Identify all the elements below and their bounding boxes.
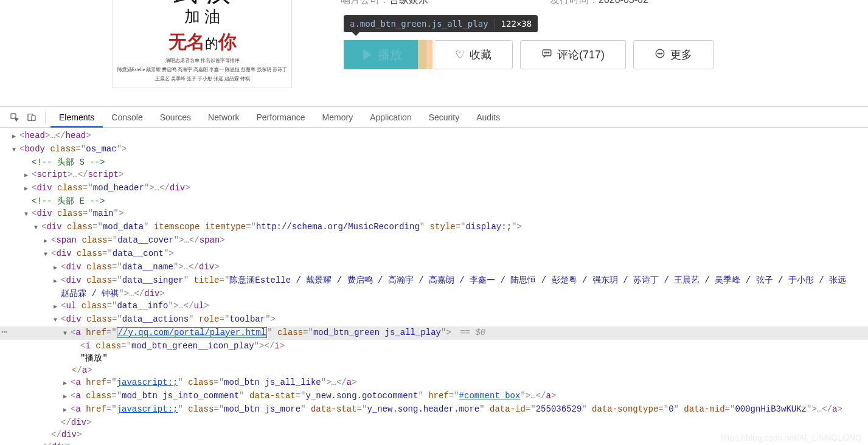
svg-point-1 (544, 52, 546, 53)
tab-performance[interactable]: Performance (248, 107, 313, 128)
tab-application[interactable]: Application (361, 107, 420, 128)
album-credits3: 王晨艺 吴季峰 弦子 于小彤 张远 赵品霖 钟祺 (113, 75, 291, 82)
inspect-tooltip: a.mod_btn_green.js_all_play 122×38 (344, 15, 538, 32)
expand-arrow[interactable] (12, 129, 19, 143)
album-cover: 武 汉 加 油 无名的你 演唱志愿者名单 排名以首字母排序 陈意涵Estelle… (113, 0, 292, 88)
comment-button[interactable]: 评论(717) (520, 40, 626, 69)
play-label: 播放 (378, 47, 402, 63)
action-toolbar: 播放 ♡ 收藏 评论(717) 更多 (344, 40, 713, 69)
svg-point-6 (659, 53, 661, 54)
href-link[interactable]: //y.qq.com/portal/player.html (117, 327, 268, 338)
device-toolbar-icon[interactable] (23, 109, 40, 126)
gutter-ellipsis-icon: ⋯ (1, 326, 8, 339)
svg-point-5 (658, 53, 659, 54)
more-button[interactable]: 更多 (633, 40, 713, 69)
text-node: "播放" (80, 353, 108, 363)
album-credits2: 陈意涵Estelle 戴景耀 费启鸣 高瀚宇 高嘉朗 李鑫一 陈思恒 彭楚粤 强… (113, 66, 291, 73)
more-label: 更多 (670, 47, 692, 62)
svg-point-7 (661, 53, 662, 54)
svg-point-2 (546, 52, 547, 53)
comment-label: 评论(717) (557, 47, 605, 62)
devtools: Elements Console Sources Network Perform… (0, 106, 868, 445)
more-icon (654, 48, 665, 62)
comment-node: <!-- 头部 S --> (32, 157, 105, 167)
inspect-element-icon[interactable] (6, 109, 23, 126)
devtools-tabbar: Elements Console Sources Network Perform… (0, 107, 868, 128)
comment-icon (541, 48, 552, 62)
svg-rect-10 (32, 116, 35, 120)
album-credits1: 演唱志愿者名单 排名以首字母排序 (113, 57, 291, 64)
svg-point-3 (548, 52, 549, 53)
album-title: 无名的你 (113, 30, 291, 55)
expand-arrow[interactable] (12, 143, 19, 156)
like-button[interactable]: ♡ 收藏 (434, 40, 513, 69)
tab-elements[interactable]: Elements (50, 107, 103, 128)
album-line2: 加 油 (113, 6, 291, 27)
eq-dollar-zero: == $0 (451, 328, 485, 337)
like-label: 收藏 (470, 47, 491, 62)
tab-audits[interactable]: Audits (468, 107, 509, 128)
tab-security[interactable]: Security (420, 107, 468, 128)
separator (45, 111, 46, 123)
tab-network[interactable]: Network (200, 107, 248, 128)
heart-icon: ♡ (455, 48, 465, 61)
play-button[interactable]: 播放 (344, 40, 426, 69)
tab-console[interactable]: Console (103, 107, 151, 128)
play-icon (363, 49, 372, 60)
dom-tree[interactable]: <head>…</head> <body class="os_mac"> <!-… (0, 128, 868, 445)
selected-dom-node[interactable]: ⋯ <a href="//y.qq.com/portal/player.html… (0, 326, 868, 340)
info-row: 唱片公司：合纵娱乐 发行时间：2020-03-02 (341, 0, 856, 7)
tab-sources[interactable]: Sources (151, 107, 200, 128)
tab-memory[interactable]: Memory (314, 107, 362, 128)
inspect-tooltip-dim: 122×38 (495, 19, 538, 29)
